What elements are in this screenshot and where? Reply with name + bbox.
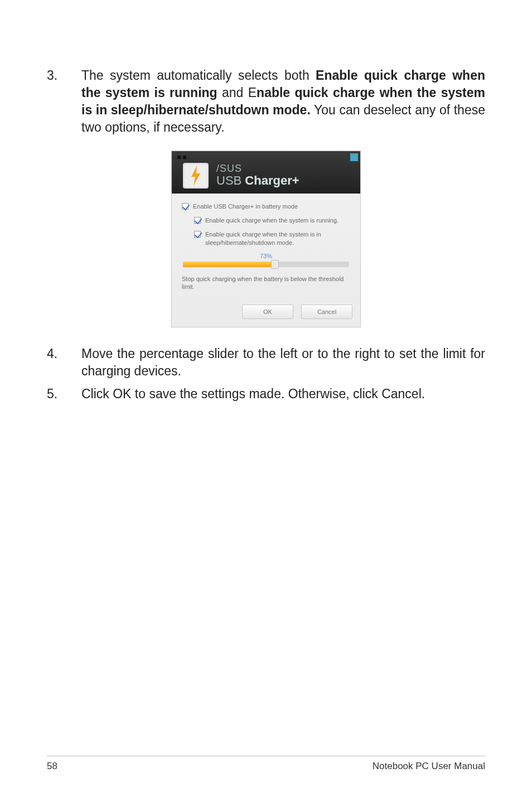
step-text: The system automatically selects both En… <box>81 67 485 136</box>
checkbox-sub1-row[interactable]: Enable quick charge when the system is r… <box>182 216 350 225</box>
step-number: 3. <box>47 67 81 136</box>
instruction-list-cont: 4. Move the percentage slider to the lef… <box>47 345 485 403</box>
page: 3. The system automatically selects both… <box>0 0 532 802</box>
step-number: 4. <box>47 345 81 380</box>
slider-fill <box>183 262 274 267</box>
checkbox-label: Enable quick charge when the system is i… <box>205 230 350 247</box>
step-text: Click OK to save the settings made. Othe… <box>81 385 485 403</box>
instruction-list: 3. The system automatically selects both… <box>47 67 485 136</box>
brand-label: /SUS <box>216 163 299 175</box>
checkbox-icon[interactable] <box>194 217 201 224</box>
checkbox-label: Enable quick charge when the system is r… <box>205 216 338 225</box>
checkbox-main-row[interactable]: Enable USB Charger+ in battery mode <box>182 202 350 211</box>
bolt-icon <box>183 163 209 189</box>
dialog-title: USB Charger+ <box>216 175 299 187</box>
step-3: 3. The system automatically selects both… <box>47 67 485 136</box>
window-dots-icon <box>177 156 186 159</box>
ok-button[interactable]: OK <box>242 305 293 319</box>
dialog-body: Enable USB Charger+ in battery mode Enab… <box>172 194 360 299</box>
text: The system automatically selects both <box>81 68 316 83</box>
slider-description: Stop quick charging when the battery is … <box>182 275 350 292</box>
checkbox-icon[interactable] <box>182 203 188 210</box>
usb-charger-dialog: /SUS USB Charger+ Enable USB Charger+ in… <box>171 151 361 327</box>
step-number: 5. <box>47 385 81 403</box>
title-light: USB <box>216 173 245 187</box>
dialog-footer: OK Cancel <box>172 299 360 327</box>
percent-label: 73% <box>182 253 350 259</box>
checkbox-icon[interactable] <box>194 231 201 238</box>
checkbox-sub2-row[interactable]: Enable quick charge when the system is i… <box>182 230 350 247</box>
slider-thumb[interactable] <box>271 260 279 269</box>
dialog-header: /SUS USB Charger+ <box>172 151 360 194</box>
page-number: 58 <box>47 761 57 772</box>
dialog-title-block: /SUS USB Charger+ <box>216 163 299 187</box>
checkbox-label: Enable USB Charger+ in battery mode <box>193 202 298 211</box>
step-4: 4. Move the percentage slider to the lef… <box>47 345 485 380</box>
manual-title: Notebook PC User Manual <box>373 761 485 772</box>
dialog-figure: /SUS USB Charger+ Enable USB Charger+ in… <box>47 151 485 327</box>
cancel-button[interactable]: Cancel <box>301 305 352 319</box>
title-bold: Charger+ <box>245 173 299 187</box>
page-footer: 58 Notebook PC User Manual <box>47 756 485 772</box>
text: and E <box>217 85 257 100</box>
step-text: Move the percentage slider to the left o… <box>81 345 485 380</box>
close-icon[interactable] <box>350 153 358 161</box>
threshold-slider[interactable] <box>183 262 349 267</box>
step-5: 5. Click OK to save the settings made. O… <box>47 385 485 403</box>
